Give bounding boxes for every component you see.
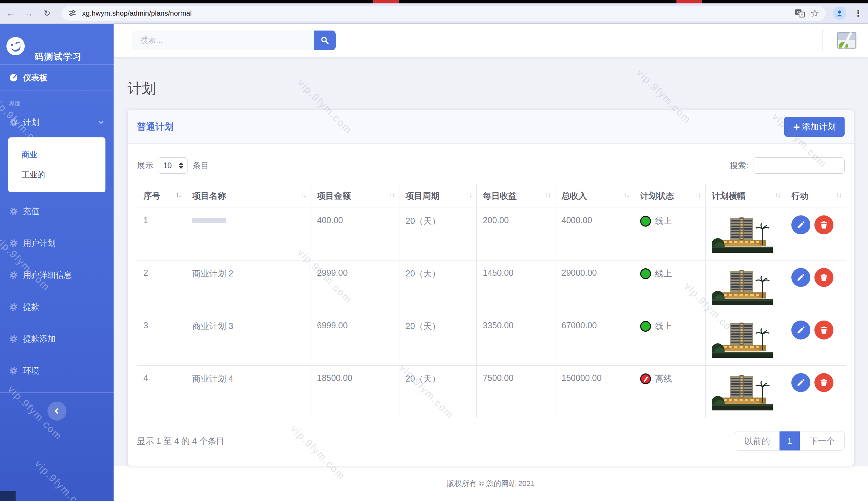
cell-total: 4000.00 bbox=[555, 208, 634, 260]
column-header[interactable]: 项目金额↑↓ bbox=[311, 184, 400, 208]
sidebar-item-withdraw-add[interactable]: 提款添加 bbox=[0, 326, 114, 352]
column-header[interactable]: 计划状态↑↓ bbox=[634, 184, 705, 208]
url-text[interactable]: xg.hwym.shop/admin/plans/normal bbox=[82, 9, 795, 17]
length-label-before: 展示 bbox=[137, 160, 153, 171]
sort-asc-icon: ↑ bbox=[695, 191, 698, 198]
cell-name: 商业计划 2 bbox=[186, 260, 311, 313]
column-header[interactable]: 行动↑↓ bbox=[785, 184, 846, 208]
table-info-text: 显示 1 至 4 的 4 个条目 bbox=[137, 436, 225, 447]
card-title: 普通计划 bbox=[137, 121, 174, 133]
cell-status: 线上 bbox=[634, 313, 705, 366]
sidebar-brand[interactable]: 码测试学习 bbox=[0, 24, 114, 64]
browser-forward-button[interactable]: → bbox=[23, 8, 34, 19]
column-header[interactable]: 计划横幅↑↓ bbox=[705, 184, 785, 208]
topbar-search-button[interactable] bbox=[314, 31, 336, 50]
bookmark-star-icon[interactable]: ☆ bbox=[810, 8, 819, 18]
edit-button[interactable] bbox=[792, 373, 810, 392]
page-length-select[interactable]: 10 bbox=[158, 157, 188, 174]
gear-icon bbox=[9, 238, 18, 248]
sort-desc-icon: ↓ bbox=[548, 191, 550, 198]
sort-desc-icon: ↓ bbox=[178, 191, 181, 198]
sort-asc-icon: ↑ bbox=[466, 191, 469, 198]
plan-banner-image bbox=[712, 373, 773, 410]
pencil-icon bbox=[797, 273, 805, 281]
sort-desc-icon: ↓ bbox=[469, 191, 472, 198]
pencil-icon bbox=[797, 326, 805, 334]
column-header[interactable]: 每日收益↑↓ bbox=[477, 184, 555, 208]
table-row: 1 400.00 20（天） 200.00 4000.00 线上 bbox=[137, 208, 846, 260]
sidebar-divider bbox=[0, 392, 114, 393]
delete-button[interactable] bbox=[814, 373, 834, 392]
table-search-input[interactable] bbox=[753, 157, 845, 174]
cell-status: 离线 bbox=[634, 366, 705, 418]
top-edge-red-mark bbox=[373, 0, 399, 3]
table-header-row: 序号↑↓ 项目名称↑↓ 项目金额↑↓ 项目周期↑↓ 每日收益↑↓ 总收入↑↓ 计… bbox=[137, 184, 846, 208]
status-online-dot bbox=[640, 321, 651, 332]
cell-no: 2 bbox=[137, 260, 186, 313]
sidebar-item-plans[interactable]: 计划 bbox=[0, 110, 114, 135]
status-online-dot bbox=[640, 268, 651, 279]
browser-profile-button[interactable] bbox=[833, 7, 846, 20]
browser-menu-button[interactable]: ⋮ bbox=[854, 8, 862, 19]
add-plan-label: 添加计划 bbox=[802, 121, 836, 132]
cell-daily: 200.00 bbox=[477, 208, 555, 260]
column-header[interactable]: 项目周期↑↓ bbox=[400, 184, 477, 208]
cell-banner bbox=[705, 366, 785, 418]
screenshot-root: ← → ↻ xg.hwym.shop/admin/plans/normal ☆ … bbox=[0, 0, 868, 502]
address-bar[interactable]: xg.hwym.shop/admin/plans/normal ☆ bbox=[62, 6, 825, 21]
submenu-item-industrial[interactable]: 工业的 bbox=[8, 165, 105, 185]
delete-button[interactable] bbox=[814, 320, 834, 339]
cell-no: 4 bbox=[137, 366, 186, 418]
cell-period: 20（天） bbox=[400, 313, 477, 366]
sidebar-collapse-button[interactable] bbox=[48, 402, 66, 421]
chevron-left-icon bbox=[53, 407, 61, 416]
column-header[interactable]: 总收入↑↓ bbox=[555, 184, 634, 208]
sidebar-item-dashboard[interactable]: 仪表板 bbox=[0, 65, 114, 91]
pagination-page-1[interactable]: 1 bbox=[779, 431, 800, 450]
browser-back-button[interactable]: ← bbox=[5, 8, 17, 19]
user-avatar-broken-image-icon[interactable] bbox=[837, 32, 857, 49]
gear-icon bbox=[9, 207, 18, 216]
column-header[interactable]: 序号↑↓ bbox=[137, 184, 186, 208]
watermark: vip.9fym.com bbox=[32, 458, 92, 501]
cell-no: 1 bbox=[137, 208, 186, 260]
gear-icon bbox=[9, 366, 18, 376]
cell-amount: 6999.00 bbox=[311, 313, 400, 366]
translate-icon[interactable] bbox=[795, 9, 805, 18]
chevron-down-icon bbox=[97, 119, 105, 126]
browser-reload-button[interactable]: ↻ bbox=[41, 9, 53, 18]
cell-amount: 18500.00 bbox=[311, 366, 400, 418]
laugh-wink-logo-icon bbox=[4, 34, 28, 58]
cell-actions bbox=[785, 260, 846, 313]
sidebar-item-label: 提款添加 bbox=[23, 334, 55, 344]
sidebar-item-withdraw[interactable]: 提款 bbox=[0, 294, 114, 320]
plan-banner-image bbox=[712, 268, 773, 305]
edit-button[interactable] bbox=[792, 215, 810, 234]
delete-button[interactable] bbox=[814, 268, 834, 287]
site-info-icon[interactable] bbox=[68, 9, 76, 18]
sort-desc-icon: ↓ bbox=[838, 191, 841, 198]
pagination-previous[interactable]: 以前的 bbox=[735, 431, 779, 450]
topbar-search-input[interactable] bbox=[132, 31, 314, 50]
sidebar-item-label: 环境 bbox=[23, 365, 39, 376]
cell-amount: 2999.00 bbox=[311, 260, 400, 313]
sort-asc-icon: ↑ bbox=[389, 191, 392, 198]
top-edge-red-mark bbox=[676, 0, 702, 3]
edit-button[interactable] bbox=[792, 268, 810, 287]
sidebar-item-user-details[interactable]: 用户详细信息 bbox=[0, 262, 114, 288]
sidebar-item-environment[interactable]: 环境 bbox=[0, 358, 114, 383]
edit-button[interactable] bbox=[792, 320, 810, 339]
pagination-next[interactable]: 下一个 bbox=[800, 431, 844, 450]
column-header[interactable]: 项目名称↑↓ bbox=[186, 184, 311, 208]
submenu-item-business[interactable]: 商业 bbox=[8, 145, 105, 165]
sort-desc-icon: ↓ bbox=[698, 191, 701, 198]
status-offline-dot bbox=[640, 373, 651, 384]
sidebar-item-user-plans[interactable]: 用户计划 bbox=[0, 230, 114, 256]
delete-button[interactable] bbox=[814, 215, 834, 234]
profile-person-icon bbox=[835, 9, 844, 18]
top-edge-strip bbox=[0, 0, 868, 3]
add-plan-button[interactable]: + 添加计划 bbox=[784, 117, 845, 137]
cell-actions bbox=[785, 366, 846, 418]
sidebar-item-label: 提款 bbox=[23, 301, 39, 313]
sidebar-item-recharge[interactable]: 充值 bbox=[0, 198, 114, 224]
